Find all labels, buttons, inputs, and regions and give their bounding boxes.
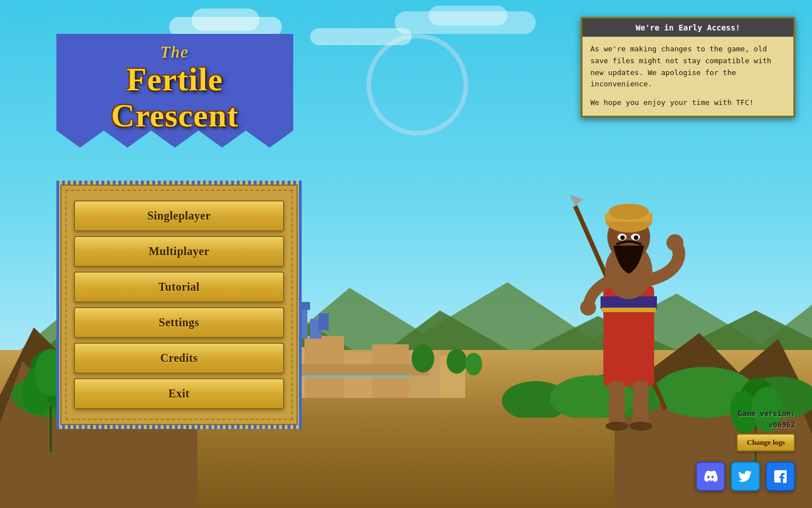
svg-rect-58 [633,381,648,426]
moon-circle [367,34,468,135]
logo: The Fertile Crescent [56,34,293,148]
svg-point-52 [608,204,649,220]
early-access-body: As we're making changes to the game, old… [582,37,793,116]
svg-point-61 [667,234,683,251]
early-access-title: We're in Early Access! [582,19,793,37]
svg-point-60 [629,422,652,431]
early-access-p2: We hope you enjoy your time with TFC! [590,97,785,109]
singleplayer-button[interactable]: Singleplayer [74,200,284,231]
version-area: Game version: v06962 Change logs [736,408,795,452]
warrior-character [541,138,710,443]
cloud-2 [192,8,259,31]
tutorial-button[interactable]: Tutorial [74,271,284,303]
discord-button[interactable] [696,462,725,491]
svg-rect-46 [602,308,656,312]
settings-button[interactable]: Settings [74,307,284,338]
cloud-3 [310,28,412,45]
early-access-panel: We're in Early Access! As we're making c… [581,17,795,117]
changelog-button[interactable]: Change logs [736,433,795,452]
twitter-button[interactable] [731,462,760,491]
exit-button[interactable]: Exit [74,378,284,409]
facebook-button[interactable] [766,462,795,491]
logo-banner: The Fertile Crescent [56,34,293,148]
facebook-icon [773,469,788,484]
logo-the-text: The [68,42,282,62]
menu-panel-outer: Singleplayer Multiplayer Tutorial Settin… [56,181,302,429]
version-text: Game version: v06962 [736,408,795,430]
svg-marker-43 [570,195,584,206]
menu-panel-inner: Singleplayer Multiplayer Tutorial Settin… [60,185,298,425]
svg-point-55 [620,235,625,240]
cloud-5 [429,6,508,25]
discord-icon [703,468,718,484]
social-icons-container [696,462,795,491]
multiplayer-button[interactable]: Multiplayer [74,236,284,267]
twitter-icon [738,469,753,484]
svg-point-48 [580,300,596,316]
credits-button[interactable]: Credits [74,343,284,374]
svg-point-56 [634,235,638,240]
svg-rect-19 [319,313,329,330]
svg-rect-57 [609,381,625,426]
early-access-p1: As we're making changes to the game, old… [590,43,785,90]
svg-point-59 [606,422,628,431]
logo-title-text: Fertile Crescent [68,62,282,134]
